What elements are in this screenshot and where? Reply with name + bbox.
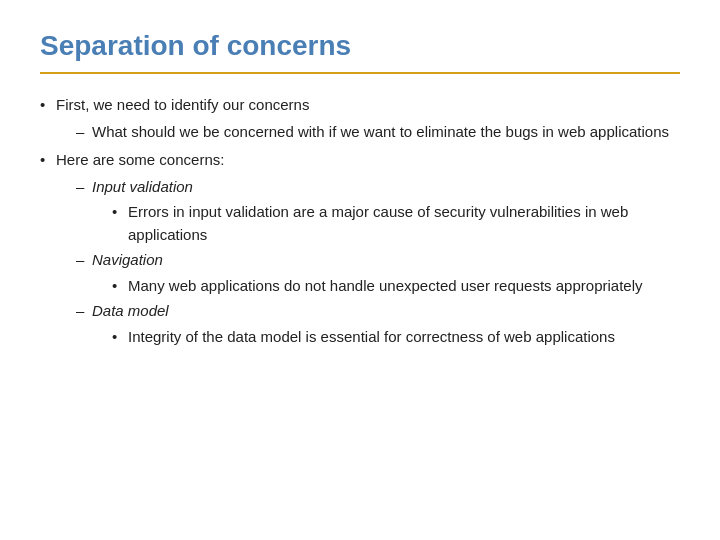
sub-sub-item-2-1-text: Many web applications do not handle unex… — [128, 277, 643, 294]
sub-sub-item-2-1: Many web applications do not handle unex… — [112, 275, 680, 298]
sub-sub-list-3: Integrity of the data model is essential… — [92, 326, 680, 349]
sub-list-2: Input validation Errors in input validat… — [56, 176, 680, 349]
sub-sub-item-1-1: Errors in input validation are a major c… — [112, 201, 680, 246]
sub-sub-list-2: Many web applications do not handle unex… — [92, 275, 680, 298]
list-item-2: Here are some concerns: Input validation… — [40, 149, 680, 348]
sub-sub-item-3-1: Integrity of the data model is essential… — [112, 326, 680, 349]
sub-item-1-1: What should we be concerned with if we w… — [76, 121, 680, 144]
sub-sub-list-1: Errors in input validation are a major c… — [92, 201, 680, 246]
sub-list-1: What should we be concerned with if we w… — [56, 121, 680, 144]
sub-item-2-1: Input validation Errors in input validat… — [76, 176, 680, 247]
item-1-text: First, we need to identify our concerns — [56, 96, 309, 113]
sub-item-2-2-text: Navigation — [92, 251, 163, 268]
sub-item-2-1-text: Input validation — [92, 178, 193, 195]
sub-sub-item-3-1-text: Integrity of the data model is essential… — [128, 328, 615, 345]
sub-item-1-1-text: What should we be concerned with if we w… — [92, 123, 669, 140]
sub-item-2-3: Data model Integrity of the data model i… — [76, 300, 680, 348]
slide: Separation of concerns First, we need to… — [0, 0, 720, 540]
sub-item-2-2: Navigation Many web applications do not … — [76, 249, 680, 297]
sub-item-2-3-text: Data model — [92, 302, 169, 319]
main-list: First, we need to identify our concerns … — [40, 94, 680, 348]
list-item-1: First, we need to identify our concerns … — [40, 94, 680, 143]
slide-content: First, we need to identify our concerns … — [40, 94, 680, 354]
item-2-text: Here are some concerns: — [56, 151, 224, 168]
sub-sub-item-1-1-text: Errors in input validation are a major c… — [128, 203, 628, 243]
slide-title: Separation of concerns — [40, 30, 680, 74]
